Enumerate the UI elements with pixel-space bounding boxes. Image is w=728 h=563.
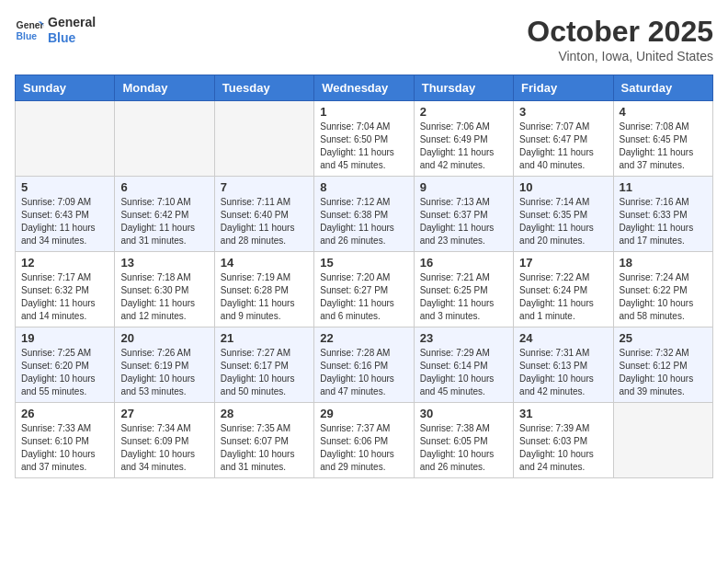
day-info: Sunrise: 7:37 AM Sunset: 6:06 PM Dayligh… — [320, 422, 407, 474]
calendar-cell: 12Sunrise: 7:17 AM Sunset: 6:32 PM Dayli… — [16, 252, 115, 327]
calendar-cell: 2Sunrise: 7:06 AM Sunset: 6:49 PM Daylig… — [414, 101, 513, 177]
day-number: 1 — [320, 105, 407, 119]
weekday-header-thursday: Thursday — [414, 75, 513, 101]
day-number: 6 — [120, 180, 208, 194]
calendar-cell: 16Sunrise: 7:21 AM Sunset: 6:25 PM Dayli… — [414, 252, 513, 327]
calendar-cell: 8Sunrise: 7:12 AM Sunset: 6:38 PM Daylig… — [314, 177, 414, 252]
day-info: Sunrise: 7:24 AM Sunset: 6:22 PM Dayligh… — [620, 271, 707, 323]
day-number: 16 — [420, 256, 507, 270]
day-info: Sunrise: 7:28 AM Sunset: 6:16 PM Dayligh… — [320, 347, 407, 398]
day-number: 9 — [420, 180, 507, 194]
calendar-cell: 20Sunrise: 7:26 AM Sunset: 6:19 PM Dayli… — [115, 327, 214, 403]
day-info: Sunrise: 7:08 AM Sunset: 6:45 PM Dayligh… — [620, 121, 707, 172]
title-block: October 2025 Vinton, Iowa, United States — [527, 15, 713, 63]
calendar-cell: 10Sunrise: 7:14 AM Sunset: 6:35 PM Dayli… — [514, 177, 613, 252]
day-info: Sunrise: 7:22 AM Sunset: 6:24 PM Dayligh… — [519, 271, 607, 323]
day-number: 14 — [221, 256, 308, 270]
calendar-week-row: 1Sunrise: 7:04 AM Sunset: 6:50 PM Daylig… — [16, 101, 713, 177]
calendar-week-row: 19Sunrise: 7:25 AM Sunset: 6:20 PM Dayli… — [16, 327, 713, 403]
calendar-cell: 19Sunrise: 7:25 AM Sunset: 6:20 PM Dayli… — [16, 327, 115, 403]
day-number: 20 — [120, 331, 208, 345]
calendar-cell — [214, 101, 313, 177]
logo: General Blue General Blue — [15, 15, 96, 46]
day-info: Sunrise: 7:20 AM Sunset: 6:27 PM Dayligh… — [320, 271, 407, 323]
calendar-week-row: 26Sunrise: 7:33 AM Sunset: 6:10 PM Dayli… — [16, 403, 713, 478]
day-info: Sunrise: 7:06 AM Sunset: 6:49 PM Dayligh… — [420, 121, 507, 172]
weekday-header-sunday: Sunday — [16, 75, 115, 101]
day-info: Sunrise: 7:31 AM Sunset: 6:13 PM Dayligh… — [519, 347, 607, 398]
calendar-cell: 29Sunrise: 7:37 AM Sunset: 6:06 PM Dayli… — [314, 403, 414, 478]
day-info: Sunrise: 7:38 AM Sunset: 6:05 PM Dayligh… — [420, 422, 507, 474]
day-number: 3 — [519, 105, 607, 119]
page-header: General Blue General Blue October 2025 V… — [15, 15, 713, 63]
day-number: 31 — [519, 407, 607, 420]
location: Vinton, Iowa, United States — [527, 49, 713, 63]
calendar-cell — [613, 403, 712, 478]
day-number: 26 — [21, 407, 108, 420]
day-number: 29 — [320, 407, 407, 420]
logo-text: General Blue — [48, 15, 96, 46]
calendar-cell: 15Sunrise: 7:20 AM Sunset: 6:27 PM Dayli… — [314, 252, 414, 327]
calendar-cell: 13Sunrise: 7:18 AM Sunset: 6:30 PM Dayli… — [115, 252, 214, 327]
calendar-cell: 5Sunrise: 7:09 AM Sunset: 6:43 PM Daylig… — [16, 177, 115, 252]
logo-icon: General Blue — [15, 16, 44, 45]
day-number: 22 — [320, 331, 407, 345]
calendar-cell — [16, 101, 115, 177]
day-number: 5 — [21, 180, 108, 194]
day-info: Sunrise: 7:25 AM Sunset: 6:20 PM Dayligh… — [21, 347, 108, 398]
calendar-cell: 3Sunrise: 7:07 AM Sunset: 6:47 PM Daylig… — [514, 101, 613, 177]
day-info: Sunrise: 7:07 AM Sunset: 6:47 PM Dayligh… — [519, 121, 607, 172]
day-number: 19 — [21, 331, 108, 345]
day-number: 2 — [420, 105, 507, 119]
calendar-cell: 1Sunrise: 7:04 AM Sunset: 6:50 PM Daylig… — [314, 101, 414, 177]
calendar-cell: 6Sunrise: 7:10 AM Sunset: 6:42 PM Daylig… — [115, 177, 214, 252]
day-info: Sunrise: 7:04 AM Sunset: 6:50 PM Dayligh… — [320, 121, 407, 172]
calendar-cell: 28Sunrise: 7:35 AM Sunset: 6:07 PM Dayli… — [214, 403, 313, 478]
day-number: 7 — [221, 180, 308, 194]
day-info: Sunrise: 7:18 AM Sunset: 6:30 PM Dayligh… — [120, 271, 208, 323]
day-number: 12 — [21, 256, 108, 270]
day-info: Sunrise: 7:39 AM Sunset: 6:03 PM Dayligh… — [519, 422, 607, 474]
day-number: 15 — [320, 256, 407, 270]
calendar-cell: 24Sunrise: 7:31 AM Sunset: 6:13 PM Dayli… — [514, 327, 613, 403]
calendar-cell: 30Sunrise: 7:38 AM Sunset: 6:05 PM Dayli… — [414, 403, 513, 478]
calendar-cell: 31Sunrise: 7:39 AM Sunset: 6:03 PM Dayli… — [514, 403, 613, 478]
day-info: Sunrise: 7:26 AM Sunset: 6:19 PM Dayligh… — [120, 347, 208, 398]
day-number: 24 — [519, 331, 607, 345]
day-info: Sunrise: 7:27 AM Sunset: 6:17 PM Dayligh… — [221, 347, 308, 398]
calendar-cell: 21Sunrise: 7:27 AM Sunset: 6:17 PM Dayli… — [214, 327, 313, 403]
day-number: 8 — [320, 180, 407, 194]
month-title: October 2025 — [527, 15, 713, 49]
svg-text:Blue: Blue — [17, 30, 38, 40]
day-number: 25 — [620, 331, 707, 345]
weekday-header-saturday: Saturday — [613, 75, 712, 101]
day-info: Sunrise: 7:11 AM Sunset: 6:40 PM Dayligh… — [221, 196, 308, 247]
calendar-cell — [115, 101, 214, 177]
day-info: Sunrise: 7:29 AM Sunset: 6:14 PM Dayligh… — [420, 347, 507, 398]
day-info: Sunrise: 7:13 AM Sunset: 6:37 PM Dayligh… — [420, 196, 507, 247]
weekday-header-wednesday: Wednesday — [314, 75, 414, 101]
day-info: Sunrise: 7:19 AM Sunset: 6:28 PM Dayligh… — [221, 271, 308, 323]
day-info: Sunrise: 7:35 AM Sunset: 6:07 PM Dayligh… — [221, 422, 308, 474]
day-number: 21 — [221, 331, 308, 345]
day-number: 17 — [519, 256, 607, 270]
day-number: 13 — [120, 256, 208, 270]
day-info: Sunrise: 7:32 AM Sunset: 6:12 PM Dayligh… — [620, 347, 707, 398]
day-number: 28 — [221, 407, 308, 420]
day-info: Sunrise: 7:21 AM Sunset: 6:25 PM Dayligh… — [420, 271, 507, 323]
calendar-cell: 27Sunrise: 7:34 AM Sunset: 6:09 PM Dayli… — [115, 403, 214, 478]
calendar-header-row: SundayMondayTuesdayWednesdayThursdayFrid… — [16, 75, 713, 101]
calendar-cell: 7Sunrise: 7:11 AM Sunset: 6:40 PM Daylig… — [214, 177, 313, 252]
day-number: 23 — [420, 331, 507, 345]
calendar-cell: 18Sunrise: 7:24 AM Sunset: 6:22 PM Dayli… — [613, 252, 712, 327]
day-info: Sunrise: 7:14 AM Sunset: 6:35 PM Dayligh… — [519, 196, 607, 247]
calendar-cell: 23Sunrise: 7:29 AM Sunset: 6:14 PM Dayli… — [414, 327, 513, 403]
day-info: Sunrise: 7:33 AM Sunset: 6:10 PM Dayligh… — [21, 422, 108, 474]
calendar-cell: 4Sunrise: 7:08 AM Sunset: 6:45 PM Daylig… — [613, 101, 712, 177]
day-info: Sunrise: 7:10 AM Sunset: 6:42 PM Dayligh… — [120, 196, 208, 247]
day-number: 10 — [519, 180, 607, 194]
calendar: SundayMondayTuesdayWednesdayThursdayFrid… — [15, 75, 713, 478]
calendar-cell: 25Sunrise: 7:32 AM Sunset: 6:12 PM Dayli… — [613, 327, 712, 403]
weekday-header-tuesday: Tuesday — [214, 75, 313, 101]
day-number: 11 — [620, 180, 707, 194]
